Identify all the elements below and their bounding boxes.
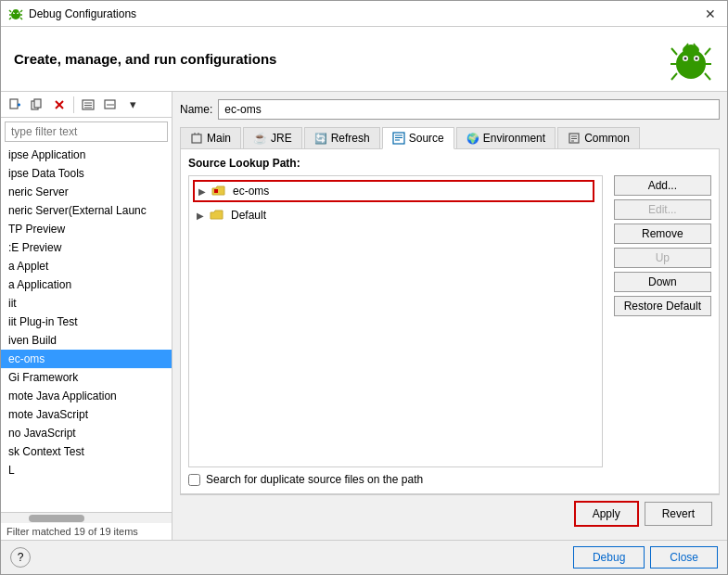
debug-button[interactable]: Debug bbox=[573, 546, 645, 569]
svg-marker-50 bbox=[211, 211, 223, 219]
toolbar-separator bbox=[73, 96, 74, 113]
up-button[interactable]: Up bbox=[614, 248, 711, 268]
svg-rect-28 bbox=[34, 99, 41, 108]
restore-default-button[interactable]: Restore Default bbox=[614, 296, 711, 316]
tab-common-label: Common bbox=[584, 132, 630, 145]
list-item[interactable]: TP Preview bbox=[1, 220, 172, 238]
horizontal-scrollbar[interactable] bbox=[1, 512, 172, 523]
config-list: ipse Application ipse Data Tools neric S… bbox=[1, 146, 172, 512]
filter-input[interactable] bbox=[5, 121, 168, 142]
left-panel: ▾ ipse Application ipse Data Tools neric… bbox=[1, 92, 172, 540]
dropdown-button[interactable]: ▾ bbox=[122, 95, 143, 115]
tree-item-ecoms[interactable]: ▶ ec-oms bbox=[193, 180, 594, 202]
svg-line-16 bbox=[705, 48, 710, 55]
tab-jre[interactable]: ☕ JRE bbox=[243, 127, 302, 148]
close-button[interactable]: Close bbox=[650, 546, 718, 569]
help-button[interactable]: ? bbox=[10, 547, 31, 568]
common-tab-icon bbox=[568, 132, 581, 145]
tab-main[interactable]: Main bbox=[180, 127, 241, 148]
apply-revert-bar: Apply Revert bbox=[180, 494, 720, 532]
svg-line-20 bbox=[705, 73, 710, 80]
tab-env-label: Environment bbox=[483, 132, 545, 145]
bug-header-icon bbox=[668, 36, 714, 83]
dialog-header-title: Create, manage, and run configurations bbox=[14, 51, 276, 67]
scrollbar-thumb[interactable] bbox=[29, 515, 84, 522]
list-item[interactable]: ipse Application bbox=[1, 146, 172, 164]
add-button[interactable]: Add... bbox=[614, 175, 711, 196]
svg-point-21 bbox=[683, 45, 699, 56]
collapse-button[interactable] bbox=[100, 95, 121, 115]
source-tree: ▶ ec-oms ▶ bbox=[188, 175, 603, 467]
tree-label-default: Default bbox=[231, 209, 266, 222]
list-item[interactable]: no JavaScript bbox=[1, 424, 172, 442]
source-tab-content: Source Lookup Path: ▶ ec-oms bbox=[180, 149, 720, 494]
title-bar-title: Debug Configurations bbox=[29, 7, 136, 20]
dialog-body: ▾ ipse Application ipse Data Tools neric… bbox=[1, 92, 727, 540]
list-item[interactable]: neric Server bbox=[1, 183, 172, 201]
list-item[interactable]: a Applet bbox=[1, 257, 172, 275]
list-item[interactable]: a Application bbox=[1, 275, 172, 294]
filter-button[interactable] bbox=[78, 95, 98, 115]
list-item[interactable]: iit bbox=[1, 294, 172, 313]
tab-common[interactable]: Common bbox=[557, 127, 640, 148]
tree-item-default[interactable]: ▶ Default bbox=[193, 206, 598, 224]
list-item[interactable]: L bbox=[1, 461, 172, 479]
apply-button[interactable]: Apply bbox=[574, 501, 639, 527]
dialog-header: Create, manage, and run configurations bbox=[1, 27, 727, 92]
down-button[interactable]: Down bbox=[614, 272, 711, 292]
svg-line-19 bbox=[671, 73, 677, 80]
tab-source-label: Source bbox=[409, 132, 444, 145]
bug-title-icon bbox=[8, 6, 23, 21]
source-area: ▶ ec-oms ▶ bbox=[188, 175, 711, 467]
svg-rect-24 bbox=[10, 99, 18, 109]
refresh-tab-icon: 🔄 bbox=[314, 133, 327, 145]
right-panel: Name: Main ☕ JRE 🔄 Refresh bbox=[172, 92, 727, 540]
list-item[interactable]: iit Plug-in Test bbox=[1, 313, 172, 331]
svg-point-13 bbox=[684, 57, 687, 59]
name-row: Name: bbox=[180, 99, 720, 120]
svg-line-4 bbox=[20, 10, 22, 12]
edit-button[interactable]: Edit... bbox=[614, 199, 711, 220]
list-item-context-test[interactable]: sk Context Test bbox=[1, 442, 172, 461]
jre-tab-icon: ☕ bbox=[253, 132, 267, 145]
name-input[interactable] bbox=[218, 99, 720, 120]
list-item[interactable]: mote Java Application bbox=[1, 387, 172, 405]
list-item[interactable]: mote JavaScript bbox=[1, 405, 172, 424]
tree-arrow-ecoms[interactable]: ▶ bbox=[198, 186, 208, 197]
svg-point-9 bbox=[13, 9, 19, 13]
checkbox-label: Search for duplicate source files on the… bbox=[206, 473, 423, 486]
tree-arrow-default[interactable]: ▶ bbox=[197, 211, 206, 221]
name-label: Name: bbox=[180, 103, 212, 116]
source-lookup-label: Source Lookup Path: bbox=[188, 157, 711, 170]
svg-line-7 bbox=[9, 18, 11, 19]
svg-rect-37 bbox=[192, 134, 201, 143]
tab-main-label: Main bbox=[207, 132, 231, 145]
delete-button[interactable] bbox=[49, 95, 70, 115]
list-item[interactable]: neric Server(External Launc bbox=[1, 201, 172, 220]
window-close-button[interactable]: ✕ bbox=[701, 6, 720, 21]
remove-button[interactable]: Remove bbox=[614, 224, 711, 244]
folder-icon-ecoms bbox=[211, 184, 226, 198]
list-item[interactable]: ipse Data Tools bbox=[1, 164, 172, 183]
filter-status: Filter matched 19 of 19 items bbox=[1, 523, 172, 540]
duplicate-button[interactable] bbox=[27, 95, 47, 115]
tab-source[interactable]: Source bbox=[382, 127, 454, 149]
svg-point-14 bbox=[696, 57, 698, 59]
list-item[interactable]: Gi Framework bbox=[1, 368, 172, 387]
tab-refresh[interactable]: 🔄 Refresh bbox=[304, 127, 380, 148]
duplicate-source-checkbox[interactable] bbox=[188, 474, 200, 486]
title-bar: Debug Configurations ✕ bbox=[1, 1, 727, 27]
tab-environment[interactable]: 🌍 Environment bbox=[456, 127, 556, 148]
svg-line-15 bbox=[671, 48, 677, 55]
env-tab-icon: 🌍 bbox=[466, 133, 479, 145]
title-bar-left: Debug Configurations bbox=[8, 6, 136, 21]
list-item-ecoms[interactable]: ec-oms bbox=[1, 350, 172, 368]
list-item[interactable]: :E Preview bbox=[1, 238, 172, 257]
new-config-button[interactable] bbox=[5, 95, 25, 115]
revert-button[interactable]: Revert bbox=[645, 502, 712, 526]
left-toolbar: ▾ bbox=[1, 92, 172, 118]
list-item[interactable]: iven Build bbox=[1, 331, 172, 350]
tab-jre-label: JRE bbox=[271, 132, 292, 145]
folder-icon-default bbox=[210, 208, 224, 223]
source-tab-icon bbox=[392, 132, 405, 145]
